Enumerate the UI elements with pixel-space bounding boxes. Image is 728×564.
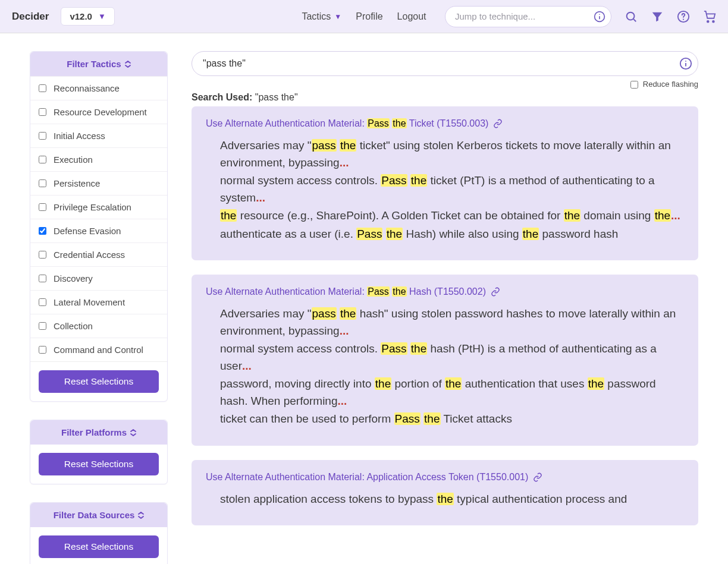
filter-option-checkbox[interactable] bbox=[39, 346, 46, 354]
filter-option-label: Discovery bbox=[54, 273, 93, 283]
svg-point-3 bbox=[627, 12, 635, 20]
svg-point-11 bbox=[685, 61, 686, 62]
filter-option-label: Collection bbox=[54, 321, 93, 331]
filter-option-checkbox[interactable] bbox=[39, 298, 46, 306]
brand-label: Decider bbox=[12, 11, 49, 23]
filter-option-label: Persistence bbox=[54, 178, 100, 188]
jump-input-wrap bbox=[445, 6, 611, 27]
svg-point-7 bbox=[707, 20, 709, 22]
result-card: Use Alternate Authentication Material: P… bbox=[192, 275, 698, 446]
filter-option-label: Credential Access bbox=[54, 250, 125, 260]
reset-selections-button[interactable]: Reset Selections bbox=[39, 453, 159, 475]
reset-selections-button[interactable]: Reset Selections bbox=[39, 370, 159, 393]
result-body: Adversaries may "pass the ticket" using … bbox=[206, 137, 684, 242]
sidebar: Filter TacticsReconnaissanceResource Dev… bbox=[30, 51, 168, 564]
filter-option-checkbox[interactable] bbox=[39, 203, 46, 211]
filter-option-checkbox[interactable] bbox=[39, 132, 46, 140]
filter-option[interactable]: Collection bbox=[30, 314, 167, 338]
reduce-flashing-checkbox[interactable] bbox=[630, 81, 638, 89]
filter-panel-header[interactable]: Filter Platforms bbox=[30, 420, 167, 445]
result-line: password, moving directly into the porti… bbox=[220, 376, 684, 409]
result-title[interactable]: Use Alternate Authentication Material: A… bbox=[206, 472, 684, 483]
filter-icon[interactable] bbox=[651, 10, 664, 23]
filter-panel-footer: Reset Selections bbox=[30, 362, 167, 401]
version-selector[interactable]: v12.0 ▼ bbox=[61, 7, 114, 26]
result-line: stolen application access tokens to bypa… bbox=[220, 491, 684, 508]
filter-panel: Filter TacticsReconnaissanceResource Dev… bbox=[30, 51, 168, 402]
result-line: authenticate as a user (i.e. Pass the Ha… bbox=[220, 226, 684, 243]
result-card: Use Alternate Authentication Material: A… bbox=[192, 460, 698, 526]
search-input[interactable] bbox=[192, 51, 698, 76]
search-used: Search Used: "pass the" bbox=[192, 92, 698, 103]
filter-option-checkbox[interactable] bbox=[39, 108, 46, 116]
filter-option-label: Reconnaissance bbox=[54, 83, 120, 93]
collapse-icon bbox=[130, 429, 136, 436]
filter-option-checkbox[interactable] bbox=[39, 227, 46, 235]
result-line: the resource (e.g., SharePoint). A Golde… bbox=[220, 207, 684, 225]
filter-option-checkbox[interactable] bbox=[39, 179, 46, 187]
svg-point-2 bbox=[599, 14, 600, 15]
result-body: stolen application access tokens to bypa… bbox=[206, 491, 684, 508]
result-title[interactable]: Use Alternate Authentication Material: P… bbox=[206, 286, 684, 297]
link-icon[interactable] bbox=[533, 472, 542, 482]
cart-icon[interactable] bbox=[703, 10, 716, 23]
svg-point-8 bbox=[713, 20, 714, 22]
info-icon[interactable] bbox=[679, 57, 692, 70]
filter-panel-header[interactable]: Filter Tactics bbox=[30, 52, 167, 76]
filter-option[interactable]: Defense Evasion bbox=[30, 219, 167, 242]
jump-to-technique-input[interactable] bbox=[445, 6, 611, 27]
info-icon[interactable] bbox=[594, 11, 605, 23]
search-used-label: Search Used: bbox=[192, 92, 252, 102]
collapse-icon bbox=[138, 512, 144, 519]
filter-option-label: Privilege Escalation bbox=[54, 202, 131, 212]
reduce-flashing-toggle[interactable]: Reduce flashing bbox=[630, 80, 698, 89]
link-icon[interactable] bbox=[491, 287, 500, 297]
version-label: v12.0 bbox=[70, 11, 92, 21]
filter-option[interactable]: Resource Development bbox=[30, 100, 167, 124]
filter-option-label: Command and Control bbox=[54, 345, 143, 355]
svg-line-4 bbox=[633, 19, 636, 21]
filter-panel-title: Filter Tactics bbox=[67, 59, 121, 69]
filter-option-checkbox[interactable] bbox=[39, 322, 46, 330]
filter-option-checkbox[interactable] bbox=[39, 84, 46, 92]
filter-option[interactable]: Persistence bbox=[30, 171, 167, 195]
reset-selections-button[interactable]: Reset Selections bbox=[39, 535, 159, 558]
filter-option[interactable]: Credential Access bbox=[30, 242, 167, 266]
search-icon[interactable] bbox=[625, 10, 638, 23]
result-line: ticket can then be used to perform Pass … bbox=[220, 411, 684, 428]
help-icon[interactable] bbox=[677, 10, 690, 23]
filter-option[interactable]: Reconnaissance bbox=[30, 76, 167, 100]
filter-option[interactable]: Discovery bbox=[30, 266, 167, 290]
filter-option[interactable]: Privilege Escalation bbox=[30, 195, 167, 219]
collapse-icon bbox=[125, 61, 131, 68]
filter-option[interactable]: Execution bbox=[30, 147, 167, 171]
filter-option-checkbox[interactable] bbox=[39, 275, 46, 282]
reduce-flashing-label: Reduce flashing bbox=[643, 80, 698, 89]
filter-option[interactable]: Initial Access bbox=[30, 124, 167, 147]
link-icon[interactable] bbox=[493, 119, 503, 128]
result-line: Adversaries may "pass the ticket" using … bbox=[220, 137, 684, 171]
result-title-text: Use Alternate Authentication Material: A… bbox=[206, 472, 528, 483]
result-title[interactable]: Use Alternate Authentication Material: P… bbox=[206, 118, 684, 129]
logout-link[interactable]: Logout bbox=[397, 11, 426, 22]
main-content: Reduce flashing Search Used: "pass the" … bbox=[192, 51, 698, 564]
reduce-flashing-row: Reduce flashing bbox=[192, 80, 698, 89]
filter-panel-title: Filter Platforms bbox=[61, 427, 127, 437]
filter-options-list[interactable]: ReconnaissanceResource DevelopmentInitia… bbox=[30, 76, 167, 362]
profile-link[interactable]: Profile bbox=[356, 11, 382, 22]
result-line: Adversaries may "pass the hash" using st… bbox=[220, 305, 684, 339]
chevron-down-icon: ▼ bbox=[98, 12, 106, 21]
filter-option[interactable]: Command and Control bbox=[30, 338, 167, 361]
filter-option[interactable]: Lateral Movement bbox=[30, 290, 167, 314]
top-nav: Decider v12.0 ▼ Tactics ▼ Profile Logout bbox=[0, 0, 728, 33]
results-list: Use Alternate Authentication Material: P… bbox=[192, 106, 698, 525]
svg-point-6 bbox=[683, 18, 684, 20]
tactics-menu[interactable]: Tactics ▼ bbox=[302, 11, 341, 22]
filter-option-label: Execution bbox=[54, 155, 93, 165]
filter-option-checkbox[interactable] bbox=[39, 251, 46, 259]
filter-option-checkbox[interactable] bbox=[39, 156, 46, 163]
filter-panel-header[interactable]: Filter Data Sources bbox=[30, 503, 167, 527]
result-title-text: Use Alternate Authentication Material: P… bbox=[206, 118, 488, 129]
result-line: normal system access controls. Pass the … bbox=[220, 341, 684, 374]
result-title-text: Use Alternate Authentication Material: P… bbox=[206, 286, 486, 297]
